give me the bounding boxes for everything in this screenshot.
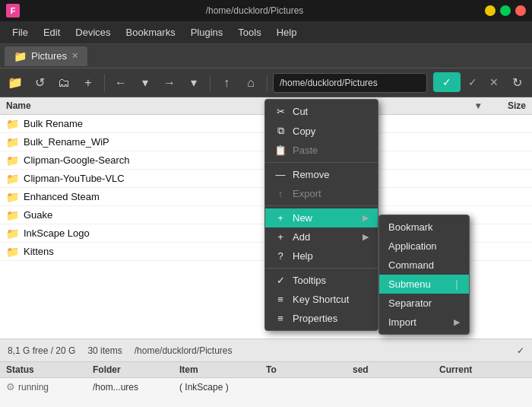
main-area: Name ▾ Size 📁 Bulk Rename 📁 Bulk_Rename_… [0,97,532,339]
check-button-2[interactable]: ✓ [464,72,482,92]
ctx-add[interactable]: + Add ▶ [265,227,378,246]
confirm-button[interactable]: ✓ [433,72,461,92]
ctx-remove[interactable]: — Remove [265,165,378,184]
sub-bookmark[interactable]: Bookmark [379,218,469,237]
help-icon: ? [274,250,287,262]
ctx-cut[interactable]: ✂ Cut [265,102,378,121]
submenu-arrow-add: ▶ [363,232,369,242]
new-tab-button[interactable]: 🗂 [53,72,74,94]
file-name: InkScape Logo [24,227,90,239]
ctx-new-label: New [293,212,312,224]
maximize-button[interactable] [500,5,511,16]
dropdown-button[interactable]: ▾ [135,72,156,94]
sub-import-label: Import [388,316,416,328]
sub-submenu[interactable]: Submenu │ [379,275,469,294]
context-menu: ✂ Cut ⧉ Copy 📋 Paste — Remove ↑ Export +… [264,99,378,331]
close-button[interactable] [515,5,526,16]
tooltips-check-icon: ✓ [274,275,287,286]
size-column-header: Size [480,100,526,111]
add-button[interactable]: + [78,72,99,94]
new-icon: + [274,212,287,224]
toolbar-separator-1 [104,75,105,91]
sub-separator[interactable]: Separator [379,294,469,313]
ctx-copy-label: Copy [293,126,315,137]
window-title: /home/ducklord/Pictures [206,5,304,16]
properties-icon: ≡ [274,313,287,324]
minimize-button[interactable] [485,5,496,16]
file-name: Clipman-Google-Search [24,154,129,166]
ctx-properties-label: Properties [293,313,337,324]
folder-icon: 📁 [6,246,19,258]
refresh-button[interactable]: ↻ [506,72,527,94]
bp-status-cell: ⚙ running [6,381,93,393]
ctx-help[interactable]: ? Help [265,246,378,266]
item-col-header: Item [179,364,266,375]
ctx-paste-label: Paste [293,145,318,156]
bottom-panel-row: ⚙ running /hom...ures ( InkScape ) [0,378,532,396]
folder-col-header: Folder [93,364,179,375]
check-button-3[interactable]: ✕ [485,72,503,92]
menu-devices[interactable]: Devices [68,24,118,41]
sub-import-arrow: ▶ [454,317,460,327]
ctx-copy[interactable]: ⧉ Copy [265,121,378,141]
home-button[interactable]: ⌂ [240,72,261,94]
file-name: Bulk_Rename_WiP [24,136,109,148]
ctx-tooltips[interactable]: ✓ Tooltips [265,271,378,290]
ctx-export: ↑ Export [265,184,378,203]
context-menu-separator-3 [265,268,378,269]
item-count: 30 items [87,345,122,356]
location-bar[interactable] [273,73,427,93]
back-button[interactable]: ← [110,72,131,94]
menu-plugins[interactable]: Plugins [183,24,231,41]
ctx-key-shortcut-label: Key Shortcut [293,294,349,305]
ctx-add-label: Add [293,231,310,243]
sub-application-label: Application [388,240,437,252]
folder-icon: 📁 [6,154,19,167]
forward-dropdown-button[interactable]: ▾ [183,72,204,94]
sub-command[interactable]: Command [379,256,469,275]
menu-tools[interactable]: Tools [230,24,268,41]
window-controls[interactable] [485,5,526,16]
sub-separator-label: Separator [388,297,432,309]
name-column-header: Name [6,100,473,111]
file-name: Enhanced Steam [24,191,100,202]
copy-icon: ⧉ [274,125,287,137]
ctx-export-label: Export [293,188,321,199]
paste-icon: 📋 [274,145,287,156]
ctx-help-label: Help [293,250,313,262]
sed-col-header: sed [353,364,439,375]
menu-edit[interactable]: Edit [36,24,68,41]
file-name: Kittens [24,246,54,257]
ctx-new[interactable]: + New ▶ [265,208,378,227]
toolbar-separator-2 [210,75,211,91]
ctx-key-shortcut[interactable]: ≡ Key Shortcut [265,290,378,309]
up-button[interactable]: ↑ [216,72,237,94]
sub-application[interactable]: Application [379,237,469,256]
current-col-header: Current [439,364,526,375]
menu-bar: File Edit Devices Bookmarks Plugins Tool… [0,21,532,44]
folder-icon: 📁 [6,136,19,148]
bp-item-cell: ( InkScape ) [179,382,266,393]
menu-bookmarks[interactable]: Bookmarks [119,24,183,41]
forward-button[interactable]: → [159,72,180,94]
export-icon: ↑ [274,188,287,199]
submenu-cursor-indicator: │ [454,280,460,289]
status-bar: 8,1 G free / 20 G 30 items /home/ducklor… [0,339,532,361]
new-folder-button[interactable]: 📁 [5,72,26,94]
status-path: /home/ducklord/Pictures [135,345,233,356]
tab-close-button[interactable]: ✕ [71,51,78,61]
toolbar: 📁 ↺ 🗂 + ← ▾ → ▾ ↑ ⌂ ✓ ✓ ✕ ↻ [0,68,532,97]
menu-help[interactable]: Help [269,24,305,41]
app-icon: F [6,4,20,17]
back-history-button[interactable]: ↺ [29,72,50,94]
tab-pictures[interactable]: 📁 Pictures ✕ [5,46,87,66]
menu-file[interactable]: File [5,24,36,41]
folder-icon: 📁 [6,191,19,203]
sub-import[interactable]: Import ▶ [379,313,469,332]
sub-bookmark-label: Bookmark [388,221,433,233]
tab-label: Pictures [31,50,67,62]
ctx-remove-label: Remove [293,169,329,180]
ctx-properties[interactable]: ≡ Properties [265,309,378,328]
submenu: Bookmark Application Command Submenu │ S… [378,215,470,335]
status-checkmark: ✓ [517,345,524,356]
